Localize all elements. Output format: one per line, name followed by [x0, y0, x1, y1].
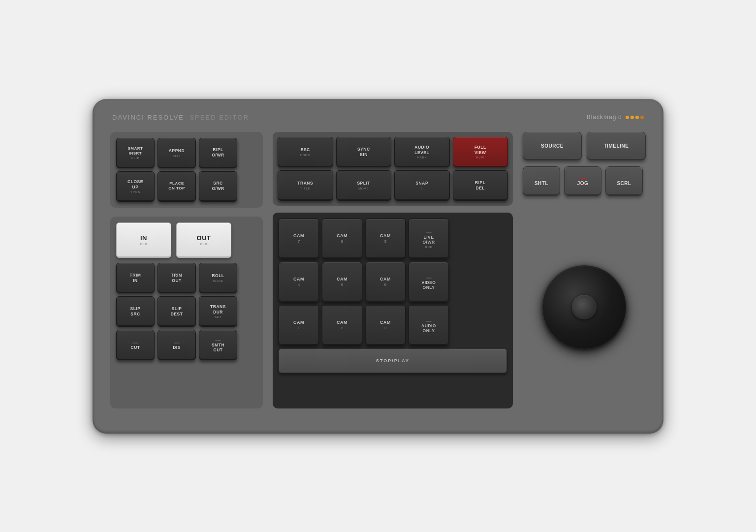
full-view-key[interactable]: FULLVIEW RVW	[453, 137, 508, 167]
slip-src-key[interactable]: SLIPSRC	[116, 296, 155, 327]
shtl-jog-scrl-row: SHTL JOG SCRL	[523, 166, 646, 196]
cut-row: CUT DIS SMTHCUT	[116, 330, 257, 360]
stop-play-label: STOP/PLAY	[376, 358, 410, 363]
jog-wheel-container	[523, 206, 646, 408]
right-section: SOURCE TIMELINE SHTL JOG	[523, 132, 646, 408]
brand-dots	[626, 116, 644, 119]
in-key[interactable]: IN CLR	[116, 222, 171, 258]
video-only-indicator	[426, 278, 432, 279]
slip-row: SLIPSRC SLIPDEST TRANSDUR SET	[116, 296, 257, 327]
left-top-panel: SMARTINSRT CLIP APPND CLIP RIPLO/WR	[110, 132, 263, 208]
cam-6-key[interactable]: CAM 6	[365, 262, 406, 302]
smth-cut-key[interactable]: SMTHCUT	[199, 330, 237, 360]
cam-7-key[interactable]: CAM 7	[279, 219, 319, 259]
brand-dot-4	[640, 116, 644, 119]
brand-area: Blackmagic	[587, 114, 644, 121]
audio-only-key[interactable]: AUDIOONLY	[409, 305, 449, 345]
smth-cut-indicator	[215, 340, 221, 341]
source-timeline-row: SOURCE TIMELINE	[523, 132, 646, 160]
jog-key[interactable]: JOG	[564, 166, 601, 196]
cam-2-key[interactable]: CAM 2	[322, 305, 362, 345]
middle-top-panel: ESC UNDO SYNCBIN AUDIOLEVEL MARK FULLVIE…	[273, 132, 513, 206]
device-title: DAVINCI RESOLVE SPEED EDITOR	[112, 114, 249, 121]
cam-8-key[interactable]: CAM 8	[322, 219, 362, 259]
out-key[interactable]: OUT CLR	[176, 222, 231, 258]
ripl-owr-key[interactable]: RIPLO/WR	[199, 138, 237, 168]
cam-section: CAM 7 CAM 8 CAM 9 LIVEO	[273, 213, 513, 408]
src-owr-key[interactable]: SRCO/WR	[199, 171, 237, 202]
audio-level-key[interactable]: AUDIOLEVEL MARK	[394, 137, 450, 167]
place-on-top-key[interactable]: PLACEON TOP	[158, 171, 196, 202]
dis-indicator	[174, 343, 180, 344]
in-out-row: IN CLR OUT CLR	[116, 222, 257, 258]
trim-out-key[interactable]: TRIMOUT	[158, 263, 196, 293]
device-wrapper: DAVINCI RESOLVE SPEED EDITOR Blackmagic	[0, 0, 756, 532]
brand-dot-2	[630, 116, 634, 119]
ripl-del-key[interactable]: RIPLDEL	[453, 170, 508, 201]
cut-indicator	[132, 343, 138, 344]
trans-key[interactable]: TRANS TITLE	[278, 170, 333, 201]
brand-name: Blackmagic	[587, 114, 622, 121]
middle-section: ESC UNDO SYNCBIN AUDIOLEVEL MARK FULLVIE…	[273, 132, 513, 408]
split-key[interactable]: SPLIT MOVE	[336, 170, 392, 201]
jog-wheel[interactable]	[542, 265, 626, 349]
trans-dur-key[interactable]: TRANSDUR SET	[199, 296, 237, 327]
main-layout: SMARTINSRT CLIP APPND CLIP RIPLO/WR	[110, 132, 646, 408]
dis-key[interactable]: DIS	[158, 330, 196, 360]
source-key[interactable]: SOURCE	[523, 132, 582, 160]
brand-dot-3	[635, 116, 639, 119]
scrl-key[interactable]: SCRL	[605, 166, 643, 196]
timeline-key[interactable]: TIMELINE	[587, 132, 646, 160]
video-only-key[interactable]: VIDEOONLY	[409, 262, 449, 302]
roll-key[interactable]: ROLL SLIDE	[199, 263, 237, 293]
cam-3-key[interactable]: CAM 3	[365, 305, 406, 345]
cam-row-1-3: CAM 1 CAM 2 CAM 3 AUDIO	[279, 305, 507, 345]
cam-9-key[interactable]: CAM 9	[365, 219, 406, 259]
cut-key[interactable]: CUT	[116, 330, 155, 360]
device-body: DAVINCI RESOLVE SPEED EDITOR Blackmagic	[93, 99, 663, 434]
audio-only-indicator	[426, 321, 432, 322]
snap-key[interactable]: SNAP ≡	[394, 170, 450, 201]
cam-5-key[interactable]: CAM 5	[322, 262, 362, 302]
left-bottom-panel: IN CLR OUT CLR TRIMIN	[110, 217, 263, 408]
esc-key[interactable]: ESC UNDO	[278, 137, 333, 167]
cam-4-key[interactable]: CAM 4	[279, 262, 319, 302]
shtl-key[interactable]: SHTL	[523, 166, 560, 196]
cam-row-7-9: CAM 7 CAM 8 CAM 9 LIVEO	[279, 219, 507, 259]
slip-dest-key[interactable]: SLIPDEST	[158, 296, 196, 327]
smart-insrt-key[interactable]: SMARTINSRT CLIP	[116, 138, 155, 168]
shtl-indicator	[538, 178, 544, 179]
top-row-1: SMARTINSRT CLIP APPND CLIP RIPLO/WR	[116, 138, 257, 168]
device-header: DAVINCI RESOLVE SPEED EDITOR Blackmagic	[110, 114, 646, 121]
device-title-sub: SPEED EDITOR	[189, 114, 249, 121]
trim-in-key[interactable]: TRIMIN	[116, 263, 155, 293]
stop-play-key[interactable]: STOP/PLAY	[279, 348, 507, 373]
live-owr-key[interactable]: LIVEO/WR RND	[409, 219, 449, 259]
cam-row-4-6: CAM 4 CAM 5 CAM 6 VIDEO	[279, 262, 507, 302]
scrl-indicator	[621, 178, 627, 179]
live-owr-indicator	[426, 232, 432, 233]
jog-indicator	[580, 178, 586, 179]
trim-row: TRIMIN TRIMOUT ROLL SLIDE	[116, 263, 257, 293]
device-title-main: DAVINCI RESOLVE	[112, 114, 184, 121]
cam-1-key[interactable]: CAM 1	[279, 305, 319, 345]
left-section: SMARTINSRT CLIP APPND CLIP RIPLO/WR	[110, 132, 263, 408]
close-up-key[interactable]: CLOSEUP YPOS	[116, 171, 155, 202]
appnd-key[interactable]: APPND CLIP	[158, 138, 196, 168]
jog-wheel-center	[572, 295, 597, 319]
top-row-2: CLOSEUP YPOS PLACEON TOP SRCO/WR	[116, 171, 257, 202]
sync-bin-key[interactable]: SYNCBIN	[336, 137, 392, 167]
brand-dot-1	[626, 116, 629, 119]
